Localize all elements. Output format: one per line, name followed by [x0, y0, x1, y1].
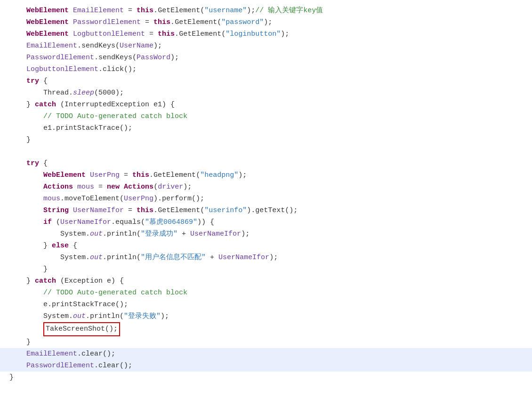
code-line: } — [0, 134, 532, 146]
code-token: e.printStackTrace(); — [9, 299, 128, 310]
code-line: WebElement EmailElement = this.GetElemen… — [0, 5, 532, 16]
code-line: } catch (Exception e) { — [0, 275, 532, 287]
code-token: mous.moveToElement(UserPng).perform(); — [9, 193, 204, 205]
code-line: System.out.println("登录成功" + UserNameIfor… — [0, 228, 532, 240]
code-token: } catch (Exception e) { — [9, 276, 124, 287]
code-line: WebElement UserPng = this.GetElement("he… — [0, 169, 532, 181]
code-token: EmailElement.sendKeys(UserName); — [9, 40, 162, 52]
code-token: System.out.println("登录失败"); — [9, 311, 169, 322]
code-line: try { — [0, 75, 532, 87]
code-line: String UserNameIfor = this.GetElement("u… — [0, 205, 532, 216]
code-line: WebElement LogbuttonlElement = this.GetE… — [0, 28, 532, 40]
code-line: // TODO Auto-generated catch block — [0, 111, 532, 122]
code-line: } catch (InterruptedException e1) { — [0, 99, 532, 111]
code-token: WebElement UserPng = this.GetElement("he… — [9, 170, 247, 181]
code-line: mous.moveToElement(UserPng).perform(); — [0, 193, 532, 205]
code-line: System.out.println("登录失败"); — [0, 310, 532, 322]
highlighted-method-box: TakeScreenShot(); — [43, 322, 120, 336]
code-line — [0, 146, 532, 158]
code-viewer: WebElement EmailElement = this.GetElemen… — [0, 0, 532, 420]
code-token: } — [9, 337, 31, 348]
code-line: PasswordlElement.sendKeys(PassWord); — [0, 52, 532, 63]
code-token: } — [9, 372, 14, 383]
code-token — [9, 146, 14, 158]
code-line: EmailElement.sendKeys(UserName); — [0, 40, 532, 52]
code-line: WebElement PasswordlElement = this.GetEl… — [0, 16, 532, 28]
code-line: TakeScreenShot(); — [0, 322, 532, 336]
code-line: PasswordlElement.clear(); — [0, 360, 532, 372]
code-token: Thread.sleep(5000); — [9, 87, 124, 99]
code-token: Actions mous = new Actions(driver); — [9, 182, 192, 193]
code-token: if (UserNameIfor.equals("慕虎0064869")) { — [9, 217, 214, 228]
code-line: Thread.sleep(5000); — [0, 87, 532, 99]
code-line: try { — [0, 158, 532, 169]
code-token: LogbuttonlElement.click(); — [9, 64, 137, 75]
code-token: String UserNameIfor = this.GetElement("u… — [9, 205, 298, 216]
code-line: } else { — [0, 240, 532, 252]
code-line: } — [0, 372, 532, 383]
code-token: WebElement PasswordlElement = this.GetEl… — [9, 17, 272, 28]
code-line: if (UserNameIfor.equals("慕虎0064869")) { — [0, 216, 532, 228]
code-line: LogbuttonlElement.click(); — [0, 63, 532, 75]
code-line: } — [0, 263, 532, 275]
code-token: try { — [9, 158, 48, 169]
code-token: e1.printStackTrace(); — [9, 123, 132, 134]
code-token: } catch (InterruptedException e1) { — [9, 99, 175, 111]
code-line: // TODO Auto-generated catch block — [0, 287, 532, 299]
code-token: EmailElement.clear(); — [9, 349, 115, 360]
code-line: e.printStackTrace(); — [0, 299, 532, 310]
code-line: EmailElement.clear(); — [0, 348, 532, 360]
code-line: e1.printStackTrace(); — [0, 122, 532, 134]
code-token: } — [9, 264, 48, 275]
code-token: PasswordlElement.clear(); — [9, 360, 132, 372]
code-line: } — [0, 336, 532, 348]
code-token: WebElement LogbuttonlElement = this.GetE… — [9, 29, 289, 40]
code-token: try { — [9, 76, 48, 87]
code-token: // TODO Auto-generated catch block — [9, 111, 187, 122]
code-token: PasswordlElement.sendKeys(PassWord); — [9, 52, 179, 63]
code-line: System.out.println("用户名信息不匹配" + UserName… — [0, 252, 532, 263]
code-token: System.out.println("用户名信息不匹配" + UserName… — [9, 252, 278, 263]
code-token: } else { — [9, 240, 77, 252]
code-token: // TODO Auto-generated catch block — [9, 287, 187, 299]
code-token: } — [9, 135, 31, 146]
code-token: System.out.println("登录成功" + UserNameIfor… — [9, 229, 250, 240]
code-token: TakeScreenShot(); — [9, 322, 120, 336]
code-line: Actions mous = new Actions(driver); — [0, 181, 532, 193]
code-token: WebElement EmailElement = this.GetElemen… — [9, 5, 323, 16]
